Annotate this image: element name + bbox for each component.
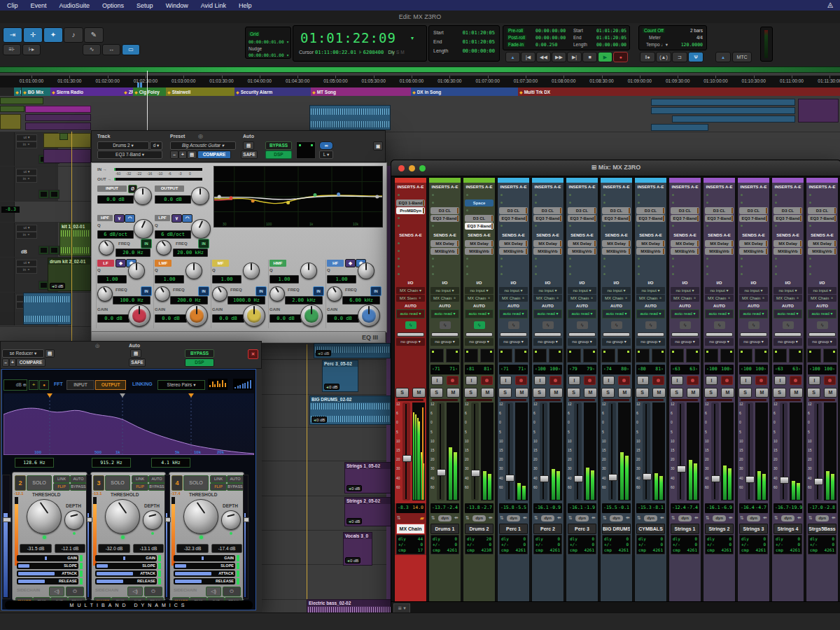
pan-right-value[interactable]: 100› (721, 365, 732, 374)
pan-right-value[interactable]: 100› (550, 365, 561, 374)
mbd-bypass-button[interactable]: BYPASS (70, 483, 87, 491)
menu-item-audiosuite[interactable]: AudioSuite (59, 2, 90, 9)
audio-clip[interactable] (651, 99, 795, 106)
send-empty-slot[interactable] (499, 263, 528, 270)
link-selection-button[interactable]: ↔ (102, 44, 120, 55)
fader-flip-icon[interactable]: ⇻ (694, 515, 699, 521)
roll-post-label[interactable]: Post-roll (507, 35, 526, 40)
track-output-select[interactable]: ut ▾ (16, 260, 37, 267)
nudge-arrows-icon[interactable]: ⇅ (397, 515, 401, 521)
timeline-marker-r[interactable]: ◆R (14, 88, 21, 96)
mute-button[interactable]: M (721, 388, 734, 398)
mbd-band-output-fader[interactable] (164, 475, 170, 599)
mbd-band-fader-cap[interactable] (165, 517, 171, 522)
io-input-selector[interactable]: no input ▾ (533, 287, 562, 294)
mbd-preset-selector[interactable]: se Reducer ▾ (2, 349, 44, 358)
volume-value[interactable]: -13.8 (466, 503, 480, 513)
record-enable-button[interactable] (515, 376, 527, 385)
audio-clip[interactable] (23, 293, 71, 325)
mbd-link-button[interactable]: LINK (53, 475, 70, 483)
eq-lpf-freq-value[interactable]: 20.00 kHz (173, 248, 208, 257)
pan-left-value[interactable]: ‹100 (706, 365, 718, 374)
elastic-audio-button[interactable]: ϟ (508, 321, 519, 329)
eq-band-q-knob[interactable] (358, 262, 374, 279)
eq-channel-selector[interactable]: L ▾ (319, 150, 333, 159)
track-name-plate[interactable]: Drums 1 (430, 524, 459, 534)
mbd-slope-slider[interactable]: SLOPE (95, 563, 157, 569)
roll-fade-value[interactable]: 0:00.250 (536, 42, 557, 48)
track-name-plate[interactable]: Drums 2 (465, 524, 493, 534)
audio-clip[interactable] (672, 115, 795, 122)
mbd-db-box[interactable]: dB ⊕ (4, 379, 27, 391)
send-mx-delay[interactable]: MX Delay (465, 240, 493, 247)
pan-grid[interactable] (514, 349, 528, 363)
pan-left-value[interactable]: ‹81 (466, 365, 475, 374)
eq-bypass-button[interactable]: BYPASS (265, 141, 292, 150)
audio-clip-strings-2-05-02[interactable]: Strings 2_05-02◂0 dB (344, 497, 392, 526)
send-mxbigvrb[interactable]: MXBigVrb (465, 248, 493, 255)
send-empty-slot[interactable] (533, 263, 562, 270)
send-mx-delay[interactable]: MX Delay (430, 240, 459, 247)
dyn-button[interactable]: dyn (575, 515, 589, 522)
track-name-plate[interactable]: Perc 3 (568, 524, 596, 534)
go-to-end-button[interactable]: ▶| (567, 52, 582, 62)
clip-gain-badge[interactable]: ◂0 dB (346, 485, 362, 491)
input-monitor-button[interactable]: I (465, 376, 477, 385)
dyn-button[interactable]: dyn (781, 515, 794, 522)
insert-empty-slot[interactable] (430, 192, 459, 199)
eq-lpf-freq-knob[interactable] (156, 240, 172, 255)
fader-track[interactable] (471, 402, 479, 500)
audio-clip[interactable] (309, 105, 391, 130)
insert-d3-cl[interactable]: D3 CL (808, 207, 836, 214)
rewind-button[interactable]: ◀◀ (536, 52, 551, 62)
mbd-bypass-button[interactable]: BYPASS (185, 349, 214, 358)
timeline-marker-sierra-radio[interactable]: ◆Sierra Radio (50, 88, 122, 96)
send-empty-slot[interactable] (396, 240, 425, 247)
insert-d3-cl[interactable]: D3 CL (636, 207, 665, 214)
group-selector[interactable]: no group ▾ (568, 338, 596, 346)
fader-cap[interactable] (608, 474, 617, 481)
group-slider[interactable] (774, 332, 802, 337)
timeline-marker-zp[interactable]: ◆ZP (122, 88, 133, 96)
insert-d3-cl[interactable]: D3 CL (739, 207, 768, 214)
nudge-arrows-icon[interactable]: ⇅ (465, 515, 470, 521)
insert-d3-cl[interactable]: D3 CL (533, 207, 562, 214)
pan-right-value[interactable]: 100› (755, 365, 766, 374)
eq-input-value[interactable]: 0.0 dB (97, 195, 134, 204)
dyn-button[interactable]: dyn (610, 515, 623, 522)
eq-lpf-notch-button[interactable]: ∨ (172, 214, 182, 223)
insert-empty-slot[interactable] (602, 192, 631, 199)
eq-band-in-button[interactable]: IN (313, 286, 324, 296)
mute-button[interactable]: M (824, 388, 837, 398)
mbd-release-slider[interactable]: RELEASE (95, 578, 157, 584)
eq-band-q-knob[interactable] (300, 262, 317, 279)
eq-auto-save-button[interactable]: ▤ (243, 141, 254, 150)
fader-cap[interactable] (677, 465, 686, 472)
insert-empty-slot[interactable] (568, 223, 596, 230)
loop-button[interactable]: ⊐ (672, 52, 687, 62)
insert-empty-slot[interactable] (636, 192, 665, 199)
send-mxbigvrb[interactable]: MXBigVrb (774, 248, 802, 255)
elastic-audio-button[interactable]: ϟ (440, 321, 451, 329)
io-input-selector[interactable]: no input ▾ (739, 287, 768, 294)
eq-band-gain-value[interactable]: 0.0 dB (212, 314, 244, 323)
insert-prombdyn[interactable]: ProMBDyn (396, 207, 425, 214)
fader-flip-icon[interactable]: ⇻ (489, 515, 493, 521)
send-empty-slot[interactable] (465, 263, 493, 270)
dyn-button[interactable]: dyn (747, 515, 760, 522)
insert-empty-slot[interactable] (499, 200, 528, 206)
record-enable-button[interactable] (618, 376, 630, 385)
group-selector[interactable]: no group ▾ (533, 338, 562, 346)
eq-input-knob[interactable] (134, 187, 152, 205)
eq-band-freq-knob[interactable] (270, 286, 285, 302)
insert-empty-slot[interactable] (705, 200, 734, 206)
input-monitor-button[interactable]: I (637, 376, 649, 385)
automation-mode-selector[interactable]: auto read ▾ (396, 309, 425, 318)
peak-value[interactable]: -7.4 (687, 503, 698, 513)
record-enable-button[interactable] (652, 376, 664, 385)
nudge-arrows-icon[interactable]: ⇅ (568, 515, 573, 521)
eq-band-q-value[interactable]: 1.00 (327, 275, 356, 284)
insert-empty-slot[interactable] (808, 223, 836, 230)
timeline-marker-bg-mix[interactable]: ◆BG Mix (22, 88, 50, 96)
nudge-value[interactable]: 00:00:00:01.00 ▾ (248, 52, 289, 57)
